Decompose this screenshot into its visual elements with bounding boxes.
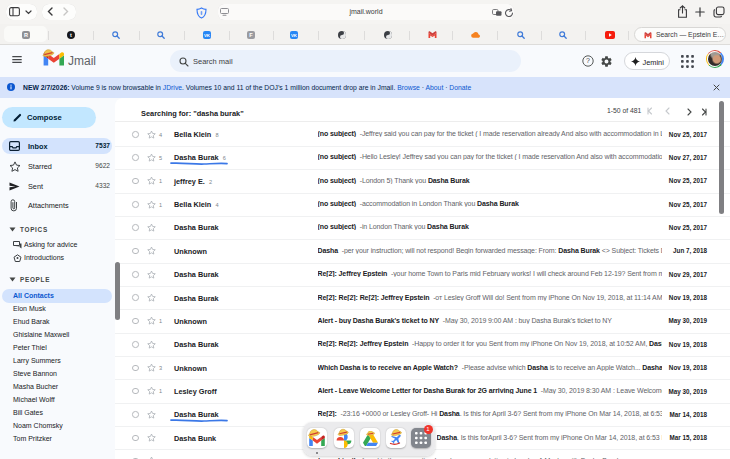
- svg-text:VK: VK: [204, 33, 211, 38]
- svg-text:?: ?: [586, 57, 590, 64]
- svg-text:t: t: [70, 32, 72, 38]
- svg-text:F: F: [249, 32, 253, 38]
- svg-text:VK: VK: [291, 33, 298, 38]
- svg-text:R: R: [24, 32, 28, 38]
